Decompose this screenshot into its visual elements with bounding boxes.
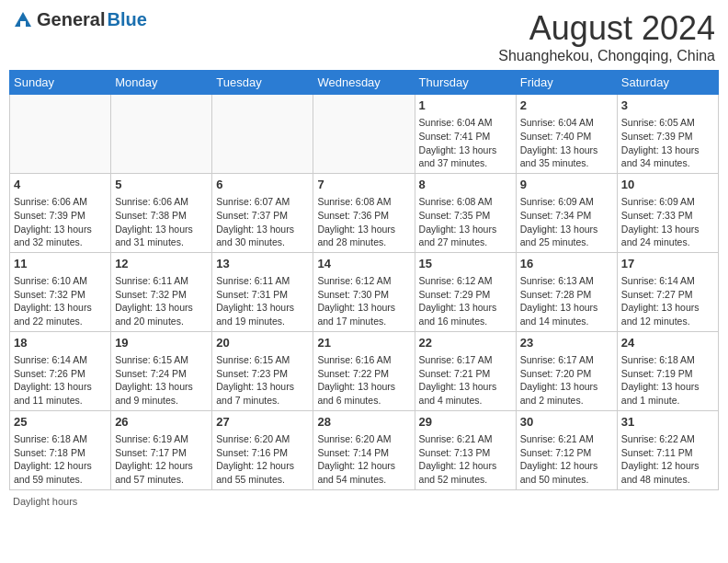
day-number: 20 — [216, 335, 309, 351]
day-info: Sunrise: 6:22 AMSunset: 7:11 PMDaylight:… — [621, 432, 714, 487]
calendar-cell: 29Sunrise: 6:21 AMSunset: 7:13 PMDayligh… — [415, 410, 516, 489]
daylight-label: Daylight hours — [13, 496, 77, 507]
day-number: 9 — [520, 177, 613, 193]
calendar-cell: 9Sunrise: 6:09 AMSunset: 7:34 PMDaylight… — [516, 173, 617, 252]
day-number: 12 — [115, 256, 208, 272]
calendar-cell: 23Sunrise: 6:17 AMSunset: 7:20 PMDayligh… — [516, 331, 617, 410]
day-number: 19 — [115, 335, 208, 351]
calendar-cell: 20Sunrise: 6:15 AMSunset: 7:23 PMDayligh… — [212, 331, 313, 410]
day-number: 25 — [14, 414, 107, 431]
calendar-cell: 26Sunrise: 6:19 AMSunset: 7:17 PMDayligh… — [111, 410, 212, 489]
day-number: 24 — [621, 335, 714, 351]
calendar-cell: 30Sunrise: 6:21 AMSunset: 7:12 PMDayligh… — [516, 410, 617, 489]
day-number: 30 — [520, 414, 613, 431]
day-number: 8 — [419, 177, 512, 193]
day-number: 29 — [419, 414, 512, 431]
calendar-cell — [10, 95, 111, 174]
calendar-cell: 25Sunrise: 6:18 AMSunset: 7:18 PMDayligh… — [10, 410, 111, 489]
day-info: Sunrise: 6:14 AMSunset: 7:26 PMDaylight:… — [14, 353, 107, 408]
day-info: Sunrise: 6:18 AMSunset: 7:19 PMDaylight:… — [621, 353, 714, 408]
day-info: Sunrise: 6:11 AMSunset: 7:31 PMDaylight:… — [216, 274, 309, 328]
calendar-cell: 21Sunrise: 6:16 AMSunset: 7:22 PMDayligh… — [313, 331, 415, 410]
month-title: August 2024 — [498, 9, 715, 48]
calendar-cell: 17Sunrise: 6:14 AMSunset: 7:27 PMDayligh… — [617, 252, 718, 331]
calendar-cell: 1Sunrise: 6:04 AMSunset: 7:41 PMDaylight… — [415, 95, 516, 174]
header: GeneralBlue August 2024 Shuanghekou, Cho… — [9, 9, 719, 64]
calendar-cell — [212, 95, 313, 174]
calendar-cell: 14Sunrise: 6:12 AMSunset: 7:30 PMDayligh… — [313, 252, 415, 331]
weekday-tuesday: Tuesday — [212, 71, 313, 95]
calendar-cell: 28Sunrise: 6:20 AMSunset: 7:14 PMDayligh… — [313, 410, 415, 489]
calendar-cell: 8Sunrise: 6:08 AMSunset: 7:35 PMDaylight… — [415, 173, 516, 252]
day-number: 7 — [317, 177, 410, 193]
calendar-cell: 3Sunrise: 6:05 AMSunset: 7:39 PMDaylight… — [617, 95, 718, 174]
day-number: 31 — [621, 414, 714, 431]
calendar-cell: 22Sunrise: 6:17 AMSunset: 7:21 PMDayligh… — [415, 331, 516, 410]
calendar-cell: 16Sunrise: 6:13 AMSunset: 7:28 PMDayligh… — [516, 252, 617, 331]
day-number: 11 — [14, 256, 107, 272]
title-area: August 2024 Shuanghekou, Chongqing, Chin… — [498, 9, 715, 64]
day-number: 5 — [115, 177, 208, 193]
logo-blue: Blue — [107, 9, 146, 30]
day-info: Sunrise: 6:14 AMSunset: 7:27 PMDaylight:… — [621, 274, 714, 328]
day-info: Sunrise: 6:21 AMSunset: 7:13 PMDaylight:… — [419, 432, 512, 487]
day-number: 15 — [419, 256, 512, 272]
day-info: Sunrise: 6:04 AMSunset: 7:40 PMDaylight:… — [520, 116, 613, 170]
day-number: 17 — [621, 256, 714, 272]
day-number: 2 — [520, 98, 613, 114]
day-number: 14 — [317, 256, 410, 272]
day-number: 4 — [14, 177, 107, 193]
logo-icon — [13, 10, 33, 30]
footer: Daylight hours — [9, 496, 719, 507]
weekday-sunday: Sunday — [10, 71, 111, 95]
day-number: 10 — [621, 177, 714, 193]
day-info: Sunrise: 6:21 AMSunset: 7:12 PMDaylight:… — [520, 432, 613, 487]
weekday-friday: Friday — [516, 71, 617, 95]
calendar-body: 1Sunrise: 6:04 AMSunset: 7:41 PMDaylight… — [10, 95, 719, 490]
calendar-cell: 31Sunrise: 6:22 AMSunset: 7:11 PMDayligh… — [617, 410, 718, 489]
day-number: 28 — [317, 414, 410, 431]
day-number: 22 — [419, 335, 512, 351]
svg-rect-1 — [20, 21, 26, 27]
weekday-wednesday: Wednesday — [313, 71, 415, 95]
weekday-header-row: SundayMondayTuesdayWednesdayThursdayFrid… — [10, 71, 719, 95]
week-row-2: 11Sunrise: 6:10 AMSunset: 7:32 PMDayligh… — [10, 252, 719, 331]
week-row-4: 25Sunrise: 6:18 AMSunset: 7:18 PMDayligh… — [10, 410, 719, 489]
day-info: Sunrise: 6:12 AMSunset: 7:29 PMDaylight:… — [419, 274, 512, 328]
day-number: 6 — [216, 177, 309, 193]
calendar-cell: 15Sunrise: 6:12 AMSunset: 7:29 PMDayligh… — [415, 252, 516, 331]
day-info: Sunrise: 6:11 AMSunset: 7:32 PMDaylight:… — [115, 274, 208, 328]
day-info: Sunrise: 6:12 AMSunset: 7:30 PMDaylight:… — [317, 274, 410, 328]
week-row-1: 4Sunrise: 6:06 AMSunset: 7:39 PMDaylight… — [10, 173, 719, 252]
calendar-cell: 12Sunrise: 6:11 AMSunset: 7:32 PMDayligh… — [111, 252, 212, 331]
day-info: Sunrise: 6:15 AMSunset: 7:23 PMDaylight:… — [216, 353, 309, 408]
day-number: 1 — [419, 98, 512, 114]
calendar-cell: 27Sunrise: 6:20 AMSunset: 7:16 PMDayligh… — [212, 410, 313, 489]
day-number: 13 — [216, 256, 309, 272]
day-info: Sunrise: 6:08 AMSunset: 7:36 PMDaylight:… — [317, 195, 410, 249]
day-info: Sunrise: 6:08 AMSunset: 7:35 PMDaylight:… — [419, 195, 512, 249]
day-number: 26 — [115, 414, 208, 431]
day-info: Sunrise: 6:18 AMSunset: 7:18 PMDaylight:… — [14, 432, 107, 487]
day-number: 18 — [14, 335, 107, 351]
calendar-cell: 10Sunrise: 6:09 AMSunset: 7:33 PMDayligh… — [617, 173, 718, 252]
calendar-cell — [313, 95, 415, 174]
week-row-0: 1Sunrise: 6:04 AMSunset: 7:41 PMDaylight… — [10, 95, 719, 174]
day-info: Sunrise: 6:06 AMSunset: 7:39 PMDaylight:… — [14, 195, 107, 249]
day-info: Sunrise: 6:17 AMSunset: 7:20 PMDaylight:… — [520, 353, 613, 408]
day-info: Sunrise: 6:13 AMSunset: 7:28 PMDaylight:… — [520, 274, 613, 328]
calendar-table: SundayMondayTuesdayWednesdayThursdayFrid… — [9, 70, 719, 490]
weekday-thursday: Thursday — [415, 71, 516, 95]
calendar-cell: 4Sunrise: 6:06 AMSunset: 7:39 PMDaylight… — [10, 173, 111, 252]
day-info: Sunrise: 6:15 AMSunset: 7:24 PMDaylight:… — [115, 353, 208, 408]
day-number: 21 — [317, 335, 410, 351]
weekday-saturday: Saturday — [617, 71, 718, 95]
calendar-cell: 7Sunrise: 6:08 AMSunset: 7:36 PMDaylight… — [313, 173, 415, 252]
day-info: Sunrise: 6:16 AMSunset: 7:22 PMDaylight:… — [317, 353, 410, 408]
day-info: Sunrise: 6:06 AMSunset: 7:38 PMDaylight:… — [115, 195, 208, 249]
calendar-cell: 24Sunrise: 6:18 AMSunset: 7:19 PMDayligh… — [617, 331, 718, 410]
day-info: Sunrise: 6:10 AMSunset: 7:32 PMDaylight:… — [14, 274, 107, 328]
day-info: Sunrise: 6:09 AMSunset: 7:34 PMDaylight:… — [520, 195, 613, 249]
calendar-cell: 11Sunrise: 6:10 AMSunset: 7:32 PMDayligh… — [10, 252, 111, 331]
calendar-cell: 5Sunrise: 6:06 AMSunset: 7:38 PMDaylight… — [111, 173, 212, 252]
